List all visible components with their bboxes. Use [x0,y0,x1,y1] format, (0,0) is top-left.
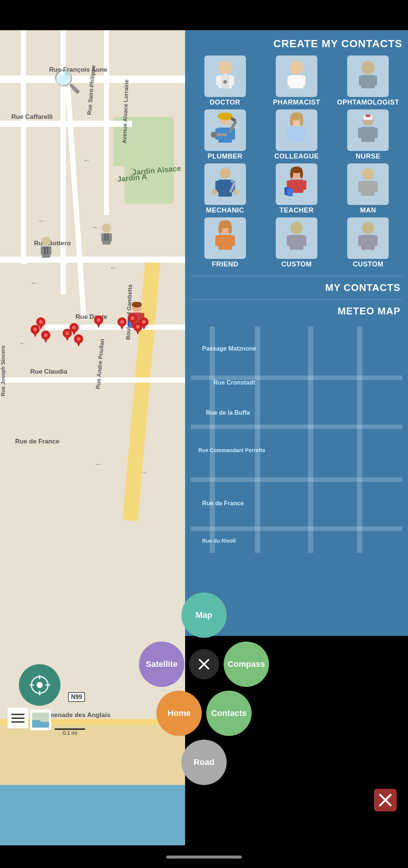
svg-point-101 [290,169,293,179]
svg-rect-122 [287,235,291,246]
contact-pharmacist[interactable]: PHARMACIST [262,55,331,106]
plumber-label: PLUMBER [207,152,243,160]
svg-rect-83 [287,128,291,138]
hamburger-menu[interactable] [8,708,28,728]
svg-point-109 [362,168,374,180]
contact-plumber[interactable]: PLUMBER [191,109,259,160]
svg-point-32 [65,331,69,335]
rue-claudia [0,377,185,383]
mechanic-label: MECHANIC [206,206,244,214]
arrow-3: → [38,217,45,226]
highway-marker-1: N99 [68,692,85,702]
svg-rect-90 [373,128,378,138]
my-contacts-link[interactable]: MY CONTACTS [191,276,402,299]
location-button[interactable] [19,664,60,706]
magnifier-icon: 🔍 [53,68,81,95]
contact-colleague[interactable]: COLLEAGUE [262,109,331,160]
contact-custom-2[interactable]: CUSTOM [334,217,402,268]
contact-ophtamologist[interactable]: OPHTAMOLOGIST [334,55,402,106]
compass-button[interactable]: Compass [224,642,269,687]
map-thumbnail [30,709,51,730]
hamburger-line-2 [11,717,25,719]
close-x-button[interactable] [374,789,397,811]
colleague-label: COLLEAGUE [274,152,319,160]
map-container: N99 N99 Rue François Aune Rue Caffarelli… [0,30,408,845]
svg-point-129 [37,682,43,688]
svg-rect-119 [230,235,235,246]
meteo-map-link[interactable]: METEO MAP [191,299,402,323]
svg-point-70 [218,112,233,120]
svg-rect-121 [290,235,303,250]
panel-title: CREATE MY CONTACTS [191,38,402,50]
svg-point-29 [39,320,43,324]
svg-point-120 [291,222,303,234]
doctor-label: DOCTOR [210,98,240,106]
svg-point-77 [211,132,217,138]
svg-rect-117 [218,235,232,250]
svg-rect-84 [302,128,306,138]
svg-point-6 [102,223,111,232]
svg-marker-43 [120,325,124,330]
rue-caffarelli [0,121,132,127]
pin-3 [36,317,46,331]
svg-rect-57 [216,76,221,86]
contact-teacher[interactable]: TEACHER [262,163,331,214]
ophtamologist-label: OPHTAMOLOGIST [337,98,399,106]
svg-point-102 [300,169,303,179]
scale-text: 0.1 mi [63,730,77,736]
svg-rect-5 [48,246,51,255]
bottom-bar [0,845,408,868]
svg-point-115 [218,224,222,234]
arrow-9: → [140,468,147,477]
scale-bar: 0.1 mi [55,728,85,736]
bottom-indicator [166,856,242,859]
contact-man[interactable]: MAN [334,163,402,214]
contact-doctor[interactable]: DOCTOR [191,55,259,106]
svg-point-80 [290,115,294,126]
water-left [0,785,185,845]
nurse-label: NURSE [356,152,381,160]
svg-rect-137 [32,720,40,728]
svg-rect-111 [358,182,363,192]
svg-rect-4 [41,246,44,255]
svg-rect-125 [361,235,375,250]
svg-point-44 [120,320,124,324]
map-marker-man [36,236,57,262]
svg-rect-67 [359,76,364,86]
label-france-left: Rue de France [15,438,59,445]
svg-point-53 [142,320,146,324]
svg-rect-138 [40,722,49,728]
svg-point-47 [131,316,134,320]
svg-point-91 [220,168,230,179]
arrow-1: → [83,157,91,165]
satellite-button[interactable]: Satellite [139,642,184,687]
contact-friend[interactable]: FRIEND [191,217,259,268]
svg-marker-37 [72,330,76,336]
contact-mechanic[interactable]: MECHANIC [191,163,259,214]
home-button[interactable]: Home [156,691,202,736]
label-caffarelli: Rue Caffarelli [11,113,53,121]
contact-custom-1[interactable]: CUSTOM [262,217,331,268]
svg-marker-40 [96,323,101,328]
svg-point-61 [290,61,303,74]
svg-rect-123 [302,235,306,246]
status-bar [0,0,408,30]
svg-point-124 [362,222,374,234]
road-button[interactable]: Road [181,740,227,785]
contacts-button[interactable]: Contacts [206,691,252,736]
svg-rect-89 [358,128,363,138]
svg-rect-112 [373,182,378,192]
svg-point-26 [44,333,48,337]
custom2-label: CUSTOM [353,260,383,268]
svg-marker-52 [142,325,146,330]
pin-2 [41,330,51,345]
svg-point-0 [42,237,51,246]
svg-rect-82 [290,127,303,142]
custom1-label: CUSTOM [281,260,312,268]
close-button[interactable] [189,649,219,679]
arrow-2: → [128,164,136,173]
svg-marker-34 [76,342,81,347]
svg-marker-25 [43,338,48,343]
map-button[interactable]: Map [181,593,227,638]
contact-nurse[interactable]: NURSE [334,109,402,160]
